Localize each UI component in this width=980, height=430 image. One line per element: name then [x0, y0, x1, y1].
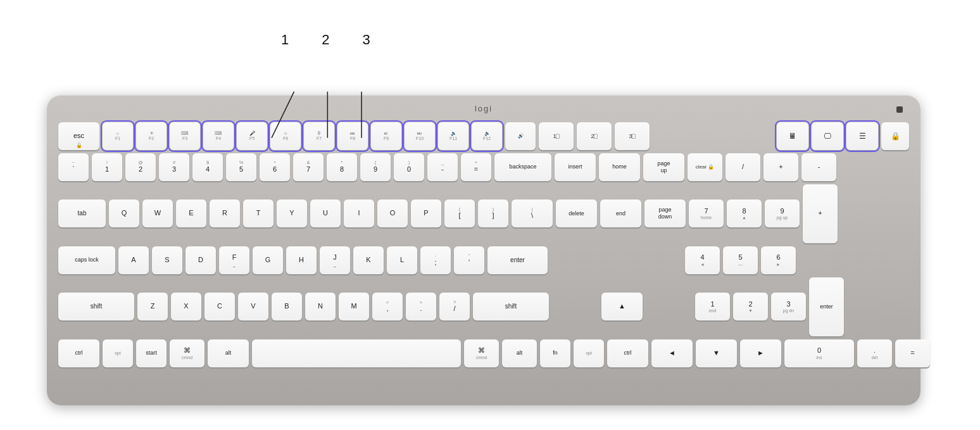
key-tab[interactable]: tab — [58, 199, 106, 227]
key-v[interactable]: V — [238, 293, 268, 320]
key-num7[interactable]: 7 home — [689, 199, 724, 227]
key-calc[interactable]: 🖩 — [777, 122, 808, 150]
key-f5[interactable]: 🎤 F5 — [237, 122, 267, 150]
key-6[interactable]: ^ 6 — [260, 153, 290, 181]
key-arrow-left[interactable]: ◄ — [651, 339, 693, 367]
key-numclear[interactable]: clear 🔒 — [688, 153, 722, 181]
key-enter[interactable]: enter — [487, 246, 548, 274]
key-device1[interactable]: 1⎕ — [539, 122, 574, 150]
key-opt-left[interactable]: opt — [103, 339, 133, 367]
key-rbracket[interactable]: } ] — [478, 199, 508, 227]
key-equals[interactable]: + = — [461, 153, 491, 181]
key-numminus[interactable]: - — [801, 153, 836, 181]
key-f13[interactable]: 🔊 — [505, 122, 536, 150]
key-capslock[interactable]: caps lock — [58, 246, 115, 274]
key-start[interactable]: start — [136, 339, 166, 367]
key-minus[interactable]: _ - — [427, 153, 458, 181]
key-f10[interactable]: ⏭ F10 — [405, 122, 435, 150]
key-3[interactable]: # 3 — [159, 153, 189, 181]
key-n[interactable]: N — [305, 293, 336, 320]
key-f6[interactable]: ☺ F6 — [270, 122, 301, 150]
key-x[interactable]: X — [171, 293, 201, 320]
key-7[interactable]: & 7 — [293, 153, 324, 181]
key-0[interactable]: ) 0 — [394, 153, 424, 181]
key-num9[interactable]: 9 pg up — [765, 199, 800, 227]
key-arrow-right[interactable]: ► — [740, 339, 781, 367]
key-f12[interactable]: 🔉 F12 — [472, 122, 502, 150]
key-f8[interactable]: ⏮ F8 — [337, 122, 368, 150]
key-f9[interactable]: ⏯ F9 — [371, 122, 401, 150]
key-quote[interactable]: " ' — [454, 246, 484, 274]
key-alt-left[interactable]: alt — [208, 339, 249, 367]
key-s[interactable]: S — [152, 246, 182, 274]
key-num2[interactable]: 2 ▼ — [733, 293, 768, 320]
key-w[interactable]: W — [142, 199, 173, 227]
key-num6[interactable]: 6 ► — [761, 246, 796, 274]
key-cmd-left[interactable]: ⌘ cmnd — [170, 339, 204, 367]
key-num0[interactable]: 0 ins — [784, 339, 854, 367]
key-backtick[interactable]: ~ ` — [58, 153, 89, 181]
key-comma[interactable]: < , — [372, 293, 403, 320]
key-i[interactable]: I — [344, 199, 374, 227]
key-shift-right[interactable]: shift — [473, 293, 549, 320]
key-fn[interactable]: fn — [540, 339, 570, 367]
key-num5[interactable]: 5 — — [723, 246, 758, 274]
key-1[interactable]: ! 1 — [92, 153, 122, 181]
key-a[interactable]: A — [118, 246, 149, 274]
key-num4[interactable]: 4 ◄ — [685, 246, 720, 274]
key-pagedown[interactable]: pagedown — [644, 199, 686, 227]
key-d[interactable]: D — [185, 246, 216, 274]
key-f[interactable]: F _ — [219, 246, 249, 274]
key-device3[interactable]: 3⎕ — [615, 122, 650, 150]
key-ctrl-right[interactable]: ctrl — [607, 339, 648, 367]
key-cmd-right[interactable]: ⌘ cmnd — [464, 339, 499, 367]
key-shift-left[interactable]: shift — [58, 293, 134, 320]
key-f3[interactable]: ⌨ F3 — [170, 122, 200, 150]
key-j[interactable]: J _ — [320, 246, 350, 274]
key-k[interactable]: K — [353, 246, 384, 274]
key-end[interactable]: end — [600, 199, 641, 227]
key-b[interactable]: B — [272, 293, 302, 320]
key-delete[interactable]: delete — [556, 199, 597, 227]
key-numslash[interactable]: / — [726, 153, 760, 181]
key-alt-right[interactable]: alt — [502, 339, 537, 367]
key-lbracket[interactable]: { [ — [444, 199, 475, 227]
key-9[interactable]: ( 9 — [360, 153, 391, 181]
key-h[interactable]: H — [286, 246, 317, 274]
key-q[interactable]: Q — [109, 199, 139, 227]
key-f11[interactable]: 🔈 F11 — [438, 122, 468, 150]
key-g[interactable]: G — [253, 246, 283, 274]
key-t[interactable]: T — [243, 199, 273, 227]
key-f1[interactable]: ☼ F1 — [103, 122, 133, 150]
key-u[interactable]: U — [310, 199, 341, 227]
key-p[interactable]: P — [411, 199, 441, 227]
key-arrow-up[interactable]: ▲ — [601, 293, 643, 320]
key-f7[interactable]: 🎙 F7 — [304, 122, 334, 150]
key-insert[interactable]: insert — [555, 153, 596, 181]
key-5[interactable]: % 5 — [226, 153, 256, 181]
key-c[interactable]: C — [204, 293, 235, 320]
key-backspace[interactable]: backspace — [494, 153, 551, 181]
key-num8[interactable]: 8 ▲ — [727, 199, 762, 227]
key-opt-right[interactable]: opt — [574, 339, 604, 367]
key-pageup[interactable]: pageup — [643, 153, 684, 181]
key-r[interactable]: R — [210, 199, 240, 227]
key-e[interactable]: E — [176, 199, 206, 227]
key-menu[interactable]: ☰ — [846, 122, 878, 150]
key-device2[interactable]: 2⎕ — [577, 122, 612, 150]
key-kbd-lock[interactable]: 🔒 — [881, 122, 909, 150]
key-slash[interactable]: ? / — [439, 293, 470, 320]
key-f2[interactable]: ☀ F2 — [136, 122, 166, 150]
key-numenter[interactable]: enter — [809, 277, 844, 336]
key-4[interactable]: $ 4 — [192, 153, 223, 181]
key-num1[interactable]: 1 end — [695, 293, 730, 320]
key-y[interactable]: Y — [277, 199, 307, 227]
key-lock-screen[interactable]: 🖵 — [812, 122, 843, 150]
key-numplus[interactable]: + — [803, 184, 838, 243]
key-semicolon[interactable]: : ; — [420, 246, 451, 274]
key-numequal[interactable]: = — [895, 339, 930, 367]
key-m[interactable]: M — [339, 293, 369, 320]
key-backslash[interactable]: | \ — [512, 199, 553, 227]
key-o[interactable]: O — [377, 199, 408, 227]
key-numdot[interactable]: . del — [857, 339, 892, 367]
